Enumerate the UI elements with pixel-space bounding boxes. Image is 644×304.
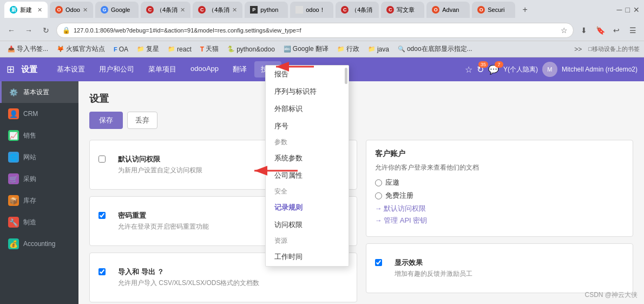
tab-python[interactable]: P python (245, 2, 288, 18)
settings-row-content: 显示效果 增加有趣的反馈并激励员工 (395, 258, 472, 279)
sidebar-item-inventory[interactable]: 📦 库存 (0, 190, 78, 211)
address-bar[interactable]: 🔒 127.0.0.1:8069/web?debug=1#id=&action=… (56, 23, 574, 38)
tab-securi[interactable]: O Securi (472, 2, 515, 18)
sidebar-item-basic-settings[interactable]: ⚙️ 基本设置 (0, 81, 78, 103)
sidebar-item-purchase[interactable]: 🛒 采购 (0, 168, 78, 190)
bookmark-java[interactable]: 📁 java (365, 44, 392, 54)
maximize-button[interactable]: □ (626, 5, 630, 14)
sidebar-item-sales[interactable]: 📈 销售 (0, 125, 78, 146)
nav-item-odooapp[interactable]: odooApp (184, 61, 225, 77)
dropdown-item-work-time[interactable]: 工作时间 (266, 248, 349, 266)
dropdown-item-seq[interactable]: 序列与标识符 (266, 83, 349, 100)
forward-button[interactable]: → (22, 23, 36, 37)
tab-favicon: P (250, 6, 258, 14)
tab-active[interactable]: 新 新建 ✕ (4, 2, 48, 18)
tab-close-icon[interactable]: ✕ (83, 7, 88, 14)
bookmark-odoo-search[interactable]: 🔍 odoo在底部显示指定... (395, 43, 476, 55)
dropdown-item-sys-params[interactable]: 系统参数 (266, 150, 349, 167)
tab-close-icon[interactable]: ✕ (180, 7, 185, 14)
menu-icon[interactable]: ☰ (626, 23, 640, 37)
sidebar-label: 制造 (23, 218, 36, 227)
radio-label: 免费注册 (385, 191, 413, 200)
back-history-icon[interactable]: ↩ (609, 23, 623, 37)
nav-item-users[interactable]: 用户和公司 (93, 61, 141, 77)
bookmark-firefox[interactable]: 🦊 火狐官方站点 (54, 43, 108, 55)
tab-csdn1[interactable]: C （4条消 ✕ (141, 2, 190, 18)
link-text: → 默认访问权限 (375, 204, 426, 214)
checkbox-password[interactable] (98, 212, 109, 221)
import-icon: 📥 (8, 46, 15, 53)
bookmark-admin[interactable]: 📁 行政 (334, 43, 363, 55)
nav-item-menu[interactable]: 菜单项目 (142, 61, 183, 77)
dropdown-item-record-rules[interactable]: 记录规则 (266, 199, 349, 216)
checkbox-input[interactable] (98, 212, 106, 219)
tab-advan[interactable]: O Advan (426, 2, 470, 18)
tab-google[interactable]: G Google (95, 2, 139, 18)
settings-right-column: 客户账户 允许你的客户登录来查看他们的文档 应邀 免费注册 → 默认访问权限 (366, 140, 634, 304)
star-icon[interactable]: ☆ (561, 26, 568, 35)
bookmarks-more-button[interactable]: >> (572, 44, 584, 54)
sidebar-item-crm[interactable]: 👤 CRM (0, 103, 78, 125)
chat-icon[interactable]: 💬 7 (488, 64, 499, 75)
radio-invite[interactable]: 应邀 (375, 178, 625, 187)
tab-close-icon[interactable]: ✕ (232, 7, 237, 14)
star-nav-icon[interactable]: ☆ (465, 64, 472, 75)
tab-odoo[interactable]: O Odoo ✕ (50, 2, 93, 18)
dropdown-item-access[interactable]: 访问权限 (266, 216, 349, 234)
tab-odoo2[interactable]: odoo！ (290, 2, 333, 18)
settings-label: 密码重置 (118, 211, 209, 221)
bookmark-react[interactable]: 📁 react (165, 44, 195, 54)
settings-desc: 允许用户导入 CSV/XLS/XLSX/ODS格式的文档数 (118, 279, 259, 288)
checkbox-input[interactable] (98, 156, 106, 163)
save-button[interactable]: 保存 (89, 112, 123, 129)
dropdown-item-ext-id[interactable]: 外部标识 (266, 100, 349, 118)
grid-icon[interactable]: ⊞ (6, 63, 15, 75)
back-button[interactable]: ← (4, 23, 18, 37)
checkbox-display[interactable] (375, 259, 386, 268)
download-icon[interactable]: ⬇ (577, 23, 591, 37)
bookmark-import[interactable]: 📥 导入书签... (4, 43, 51, 55)
radio-input[interactable] (375, 192, 382, 199)
bookmark-python[interactable]: 🐍 python&odoo (224, 44, 278, 54)
bookmark-icon[interactable]: 🔖 (593, 23, 607, 37)
display-effects-section: 显示效果 增加有趣的反馈并激励员工 (366, 243, 634, 293)
sidebar-item-website[interactable]: 🌐 网站 (0, 146, 78, 168)
bookmark-oa[interactable]: F OA (110, 44, 132, 54)
link-default-access[interactable]: → 默认访问权限 (375, 204, 625, 214)
discard-button[interactable]: 丢弃 (127, 112, 157, 129)
sidebar-item-manufacturing[interactable]: 🔧 制造 (0, 211, 78, 233)
avatar[interactable]: M (542, 62, 557, 77)
dropdown-item-company-props[interactable]: 公司属性 (266, 167, 349, 184)
nav-item-basic[interactable]: 基本设置 (50, 61, 91, 77)
tab-csdn3[interactable]: C （4条消 (336, 2, 379, 18)
close-window-button[interactable]: ✕ (633, 5, 640, 14)
user-mode-label[interactable]: Y(个人隐离) (503, 65, 538, 74)
new-tab-button[interactable]: + (517, 2, 533, 17)
dropdown-item-seqno[interactable]: 序号 (266, 118, 349, 135)
sidebar-label: 网站 (23, 153, 36, 162)
dropdown-item-rest-time[interactable]: 休息时间 (266, 266, 349, 266)
sidebar-item-accounting[interactable]: 💰 Accounting (0, 233, 78, 255)
checkbox-default-access[interactable] (98, 156, 109, 164)
sidebar-label: 采购 (23, 174, 36, 184)
bookmark-translate[interactable]: 🔤 Google 翻译 (280, 43, 332, 55)
tab-label: （4条消 (351, 6, 373, 14)
crm-icon: 👤 (8, 108, 19, 119)
checkbox-input[interactable] (98, 268, 106, 275)
tab-close-icon[interactable]: ✕ (37, 7, 42, 14)
refresh-button[interactable]: ↻ (39, 23, 53, 37)
bookmark-fuxing[interactable]: 📁 复星 (134, 43, 162, 55)
python-icon: 🐍 (227, 46, 235, 53)
checkbox-input[interactable] (375, 259, 382, 266)
checkbox-import[interactable] (98, 268, 109, 277)
tab-csdn4[interactable]: C 写文章 (381, 2, 424, 18)
radio-input[interactable] (375, 179, 382, 186)
dropdown-item-report[interactable]: 报告 (266, 66, 349, 83)
nav-item-translate[interactable]: 翻译 (226, 61, 253, 77)
refresh-nav-icon[interactable]: ↻ 35 (477, 64, 484, 75)
bookmark-tianmao[interactable]: T 天猫 (197, 43, 222, 55)
radio-free[interactable]: 免费注册 (375, 191, 625, 200)
link-api-key[interactable]: → 管理 API 密钥 (375, 216, 625, 225)
tab-csdn2[interactable]: C （4条消 ✕ (193, 2, 242, 18)
minimize-button[interactable]: ─ (617, 5, 622, 14)
